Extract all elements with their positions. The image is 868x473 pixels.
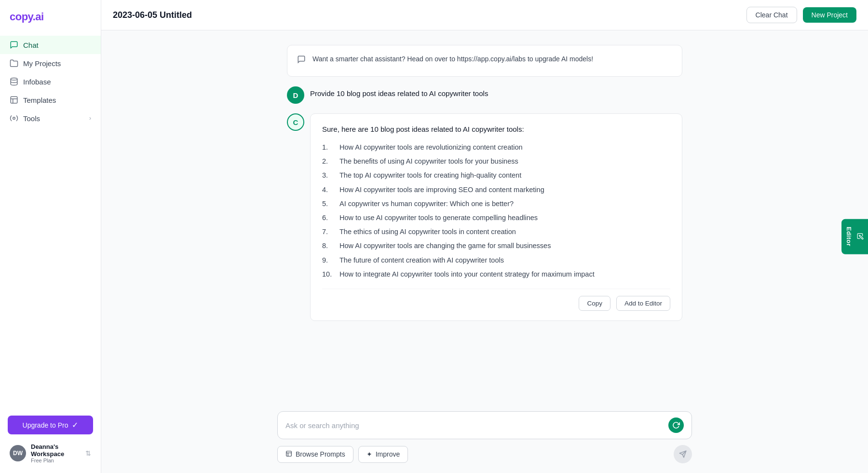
list-item: 7.The ethics of using AI copywriter tool… — [322, 226, 670, 237]
user-message-wrapper: D Provide 10 blog post ideas related to … — [277, 86, 692, 104]
check-circle-icon: ✓ — [72, 420, 78, 430]
list-number: 7. — [322, 226, 336, 237]
workspace-info: Deanna's Workspace Free Plan — [31, 443, 81, 463]
list-item: 5.AI copywriter vs human copywriter: Whi… — [322, 198, 670, 209]
sidebar-bottom: Upgrade to Pro ✓ DW Deanna's Workspace F… — [0, 408, 101, 473]
ai-message-row: C Sure, here are 10 blog post ideas rela… — [287, 113, 682, 321]
clear-chat-button[interactable]: Clear Chat — [746, 7, 797, 23]
svg-point-0 — [11, 78, 17, 81]
info-banner-text: Want a smarter chat assistant? Head on o… — [312, 54, 593, 64]
list-item: 3.The top AI copywriter tools for creati… — [322, 170, 670, 181]
sidebar-item-my-projects[interactable]: My Projects — [0, 54, 101, 72]
sidebar-item-my-projects-label: My Projects — [23, 59, 61, 68]
browse-prompts-label: Browse Prompts — [296, 450, 345, 458]
user-message-row: D Provide 10 blog post ideas related to … — [287, 86, 682, 104]
list-text: The future of content creation with AI c… — [339, 255, 504, 266]
info-banner-wrapper: Want a smarter chat assistant? Head on o… — [277, 45, 692, 77]
sidebar: copy.ai Chat My Projects — [0, 0, 101, 473]
list-item: 1.How AI copywriter tools are revolution… — [322, 142, 670, 153]
info-banner: Want a smarter chat assistant? Head on o… — [287, 45, 682, 77]
new-project-button[interactable]: New Project — [803, 7, 856, 23]
chat-area: Want a smarter chat assistant? Head on o… — [101, 30, 868, 403]
header: 2023-06-05 Untitled Clear Chat New Proje… — [101, 0, 868, 30]
main-content: 2023-06-05 Untitled Clear Chat New Proje… — [101, 0, 868, 473]
copy-button[interactable]: Copy — [579, 296, 610, 311]
list-text: The benefits of using AI copywriter tool… — [339, 156, 518, 167]
upgrade-label: Upgrade to Pro — [23, 421, 68, 429]
chat-action-buttons: Browse Prompts ✦ Improve — [277, 446, 408, 463]
sidebar-item-tools[interactable]: Tools › — [0, 109, 101, 127]
list-number: 3. — [322, 170, 336, 181]
list-number: 1. — [322, 142, 336, 153]
list-number: 8. — [322, 240, 336, 251]
list-number: 4. — [322, 184, 336, 195]
project-title: 2023-06-05 Untitled — [113, 10, 192, 20]
svg-point-2 — [13, 117, 15, 120]
list-number: 5. — [322, 198, 336, 209]
header-actions: Clear Chat New Project — [746, 7, 856, 23]
message-icon — [297, 55, 306, 68]
improve-button[interactable]: ✦ Improve — [358, 446, 408, 463]
list-text: The top AI copywriter tools for creating… — [339, 170, 521, 181]
browse-prompts-button[interactable]: Browse Prompts — [277, 446, 353, 463]
list-item: 8.How AI copywriter tools are changing t… — [322, 240, 670, 251]
workspace-plan: Free Plan — [31, 458, 81, 463]
ai-response-list: 1.How AI copywriter tools are revolution… — [322, 142, 670, 280]
list-text: How AI copywriter tools are revolutioniz… — [339, 142, 523, 153]
list-item: 10.How to integrate AI copywriter tools … — [322, 269, 670, 280]
user-message-text: Provide 10 blog post ideas related to AI… — [310, 86, 488, 97]
chat-input-wrapper — [277, 411, 692, 439]
list-text: How to use AI copywriter tools to genera… — [339, 212, 538, 223]
logo-area: copy.ai — [0, 0, 101, 32]
ai-message-bubble: Sure, here are 10 blog post ideas relate… — [310, 113, 682, 321]
send-button[interactable] — [674, 445, 692, 463]
list-item: 4.How AI copywriter tools are improving … — [322, 184, 670, 195]
chevron-right-icon: › — [89, 115, 91, 122]
list-text: How AI copywriter tools are changing the… — [339, 240, 551, 251]
svg-rect-1 — [11, 97, 17, 103]
sidebar-item-infobase[interactable]: Infobase — [0, 72, 101, 91]
chevron-up-down-icon: ⇅ — [85, 449, 91, 457]
workspace-area[interactable]: DW Deanna's Workspace Free Plan ⇅ — [8, 441, 93, 465]
list-number: 10. — [322, 269, 336, 280]
sidebar-item-templates[interactable]: Templates — [0, 91, 101, 109]
upgrade-to-pro-button[interactable]: Upgrade to Pro ✓ — [8, 416, 93, 434]
user-avatar: D — [287, 86, 304, 104]
list-number: 2. — [322, 156, 336, 167]
list-text: The ethics of using AI copywriter tools … — [339, 226, 516, 237]
list-text: AI copywriter vs human copywriter: Which… — [339, 198, 514, 209]
sidebar-item-chat[interactable]: Chat — [0, 36, 101, 54]
ai-message-actions: Copy Add to Editor — [322, 289, 670, 311]
improve-label: Improve — [376, 450, 400, 458]
sparkle-icon: ✦ — [366, 450, 372, 458]
ai-message-wrapper: C Sure, here are 10 blog post ideas rela… — [277, 113, 692, 321]
list-item: 6.How to use AI copywriter tools to gene… — [322, 212, 670, 223]
sidebar-item-chat-label: Chat — [23, 41, 39, 49]
list-number: 9. — [322, 255, 336, 266]
chat-buttons-row: Browse Prompts ✦ Improve — [277, 445, 692, 463]
avatar: DW — [10, 445, 26, 461]
ai-avatar: C — [287, 113, 304, 131]
template-icon — [10, 96, 18, 104]
svg-rect-3 — [286, 451, 292, 456]
refresh-icon[interactable] — [668, 417, 684, 433]
workspace-name: Deanna's Workspace — [31, 443, 81, 458]
sidebar-item-templates-label: Templates — [23, 96, 56, 104]
editor-tab[interactable]: Editor — [841, 219, 868, 254]
list-text: How AI copywriter tools are improving SE… — [339, 184, 544, 195]
browse-prompts-icon — [285, 450, 292, 459]
database-icon — [10, 77, 18, 86]
logo: copy.ai — [10, 11, 91, 23]
ai-message-intro: Sure, here are 10 blog post ideas relate… — [322, 124, 670, 135]
list-number: 6. — [322, 212, 336, 223]
sidebar-item-tools-label: Tools — [23, 114, 40, 123]
nav-items: Chat My Projects Infobase — [0, 32, 101, 408]
list-item: 9.The future of content creation with AI… — [322, 255, 670, 266]
chat-icon — [10, 41, 18, 49]
add-to-editor-button[interactable]: Add to Editor — [616, 296, 670, 311]
chat-input[interactable] — [285, 421, 664, 430]
sidebar-item-infobase-label: Infobase — [23, 78, 51, 86]
editor-icon — [857, 233, 864, 240]
tools-icon — [10, 114, 18, 123]
editor-tab-label: Editor — [845, 227, 853, 247]
